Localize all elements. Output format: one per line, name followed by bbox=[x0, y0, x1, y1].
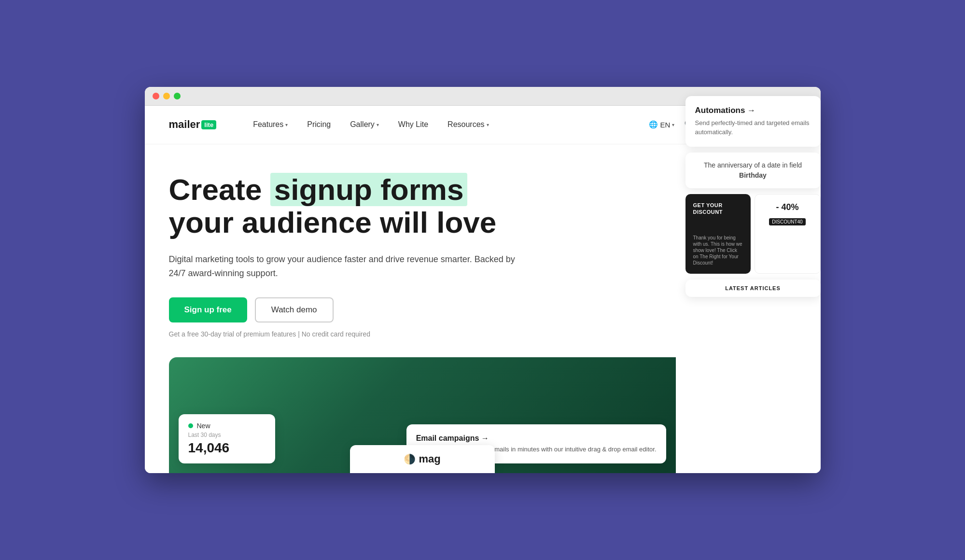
logo-text: mailer bbox=[169, 118, 200, 131]
headline-pre: Create bbox=[169, 173, 262, 206]
nav-gallery-label: Gallery bbox=[350, 120, 375, 129]
nav-gallery[interactable]: Gallery ▾ bbox=[342, 116, 387, 133]
discount-dark-body: Thank you for being with us. This is how… bbox=[693, 235, 743, 266]
birthday-text-bold: Birthday bbox=[739, 171, 767, 179]
hero-buttons: Sign up free Watch demo bbox=[169, 297, 555, 322]
stats-card: New Last 30 days 14,046 bbox=[179, 414, 275, 463]
birthday-text: The anniversary of a date in field Birth… bbox=[695, 160, 811, 181]
automations-card: Automations → Send perfectly-timed and t… bbox=[685, 96, 821, 147]
automations-title: Automations → bbox=[695, 106, 811, 115]
chevron-down-icon: ▾ bbox=[285, 122, 288, 127]
page-content: mailer lite Features ▾ Pricing Gallery ▾… bbox=[145, 106, 821, 474]
nav-features-label: Features bbox=[253, 120, 283, 129]
traffic-light-red[interactable] bbox=[153, 93, 159, 99]
email-campaigns-title-text: Email campaigns → bbox=[416, 434, 489, 442]
globe-icon: 🌐 bbox=[649, 120, 658, 129]
email-campaigns-title: Email campaigns → bbox=[416, 434, 657, 443]
nav-links: Features ▾ Pricing Gallery ▾ Why Lite Re… bbox=[245, 116, 649, 133]
chevron-down-icon: ▾ bbox=[487, 122, 489, 127]
hero-section: Create signup forms your audience will l… bbox=[145, 144, 579, 338]
browser-window: mailer lite Features ▾ Pricing Gallery ▾… bbox=[145, 87, 821, 474]
logo[interactable]: mailer lite bbox=[169, 118, 217, 131]
nav-resources[interactable]: Resources ▾ bbox=[440, 116, 496, 133]
stats-label: New bbox=[197, 422, 210, 430]
hero-subtitle: Digital marketing tools to grow your aud… bbox=[169, 252, 531, 280]
discount-white-card: - 40% DISCOUNT40 bbox=[755, 194, 821, 274]
nav-features[interactable]: Features ▾ bbox=[245, 116, 295, 133]
lang-label: EN bbox=[660, 121, 670, 129]
nav-why-lite-label: Why Lite bbox=[398, 120, 428, 129]
bottom-green-panel: New Last 30 days 14,046 Email campaigns … bbox=[169, 357, 676, 473]
mag-logo: 🌗 mag bbox=[362, 453, 483, 465]
discount-cards: GET YOUR DISCOUNT Thank you for being wi… bbox=[685, 194, 821, 274]
discount-title: GET YOUR DISCOUNT bbox=[693, 202, 743, 216]
signup-free-button[interactable]: Sign up free bbox=[169, 297, 247, 322]
latest-articles-title: LATEST ARTICLES bbox=[693, 285, 813, 291]
stats-sublabel: Last 30 days bbox=[188, 432, 266, 438]
chevron-down-icon: ▾ bbox=[377, 122, 379, 127]
nav-pricing[interactable]: Pricing bbox=[299, 116, 338, 133]
nav-pricing-label: Pricing bbox=[307, 120, 331, 129]
discount-percent: - 40% bbox=[763, 202, 812, 212]
mag-logo-text: mag bbox=[419, 453, 440, 465]
chevron-down-icon: ▾ bbox=[672, 122, 674, 127]
bottom-area: New Last 30 days 14,046 Email campaigns … bbox=[145, 357, 821, 473]
birthday-card: The anniversary of a date in field Birth… bbox=[685, 153, 821, 188]
traffic-light-yellow[interactable] bbox=[163, 93, 170, 99]
nav-resources-label: Resources bbox=[448, 120, 484, 129]
mag-moon-icon: 🌗 bbox=[404, 453, 416, 465]
status-dot bbox=[188, 423, 193, 428]
headline-highlight: signup forms bbox=[270, 173, 468, 206]
mag-preview-card: 🌗 mag bbox=[350, 445, 495, 473]
automations-description: Send perfectly-timed and targeted emails… bbox=[695, 118, 811, 137]
headline-post: your audience will love bbox=[169, 206, 497, 239]
language-selector[interactable]: 🌐 EN ▾ bbox=[649, 120, 674, 129]
hero-headline: Create signup forms your audience will l… bbox=[169, 173, 555, 239]
birthday-text-pre: The anniversary of a date in field bbox=[704, 161, 802, 169]
hero-note: Get a free 30-day trial of premium featu… bbox=[169, 330, 555, 338]
watch-demo-button[interactable]: Watch demo bbox=[255, 297, 334, 322]
discount-dark-card: GET YOUR DISCOUNT Thank you for being wi… bbox=[685, 194, 751, 274]
nav-why-lite[interactable]: Why Lite bbox=[391, 116, 436, 133]
discount-code-area: DISCOUNT40 bbox=[763, 216, 812, 225]
stats-card-header: New bbox=[188, 422, 266, 430]
automations-title-text: Automations → bbox=[695, 106, 756, 115]
right-panel: Automations → Send perfectly-timed and t… bbox=[685, 96, 821, 297]
stats-number: 14,046 bbox=[188, 440, 266, 456]
latest-articles-card: LATEST ARTICLES bbox=[685, 280, 821, 297]
logo-badge: lite bbox=[201, 120, 216, 129]
traffic-light-green[interactable] bbox=[174, 93, 181, 99]
discount-code: DISCOUNT40 bbox=[769, 218, 805, 225]
